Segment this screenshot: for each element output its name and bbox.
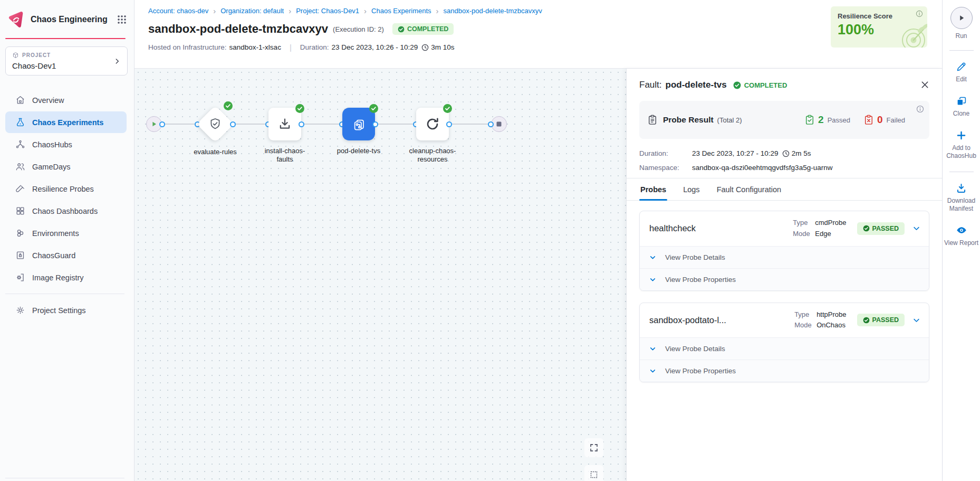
pipeline-connector [449, 124, 491, 125]
download-manifest-button[interactable]: Download Manifest [943, 182, 980, 213]
tab-logs[interactable]: Logs [682, 178, 700, 200]
info-icon[interactable] [916, 105, 924, 113]
resilience-score-card: Resilience Score 100% [831, 6, 927, 48]
brand-row: Chaos Engineering [0, 0, 134, 38]
lock-card-icon [15, 250, 25, 260]
run-button[interactable] [950, 7, 973, 29]
dashboard-icon [15, 206, 25, 216]
sidebar-item-label: Chaos Experiments [32, 118, 103, 127]
breadcrumb-experiments[interactable]: Chaos Experiments [371, 7, 431, 15]
chaos-logo-icon [7, 11, 25, 29]
sidebar-item-chaos-experiments[interactable]: Chaos Experiments [5, 111, 127, 133]
view-probe-details-label: View Probe Details [665, 345, 725, 353]
tab-probes[interactable]: Probes [639, 178, 667, 200]
view-probe-properties-row[interactable]: View Probe Properties [640, 268, 929, 290]
rail-divider [949, 172, 974, 172]
chevron-separator-icon: › [364, 7, 367, 15]
download-icon [956, 182, 967, 194]
selection-box-button[interactable] [584, 465, 603, 481]
view-probe-details-label: View Probe Details [665, 253, 725, 261]
sidebar-item-chaos-dashboards[interactable]: Chaos Dashboards [5, 200, 127, 222]
plus-icon [956, 129, 967, 141]
probe-name: healthcheck [649, 223, 793, 233]
sidebar-item-overview[interactable]: Overview [5, 89, 127, 111]
fault-panel-tabs: Probes Logs Fault Configuration [627, 178, 942, 201]
node-label: evaluate-rules [188, 148, 243, 156]
flask-icon [15, 117, 25, 127]
tab-fault-configuration[interactable]: Fault Configuration [716, 178, 783, 200]
view-probe-details-row[interactable]: View Probe Details [640, 246, 929, 268]
view-report-button[interactable]: View Report [944, 224, 978, 247]
selection-box-icon [590, 470, 598, 479]
sidebar-item-project-settings[interactable]: Project Settings [5, 299, 127, 321]
sidebar-item-label: ChaosHubs [32, 140, 72, 149]
probe-mode: Edge [815, 229, 831, 240]
sidebar-item-gamedays[interactable]: GameDays [5, 156, 127, 177]
eye-icon [956, 224, 967, 236]
fault-duration-label: Duration: [639, 149, 692, 157]
pipeline-connector [162, 124, 198, 125]
chevron-down-icon[interactable] [912, 224, 920, 232]
probe-type-mode: TypecmdProbe ModeEdge [793, 218, 846, 240]
sidebar-item-chaosguard[interactable]: ChaosGuard [5, 244, 127, 266]
clone-button[interactable]: Clone [953, 95, 969, 118]
pipeline-node-cleanup-chaos-resources[interactable]: cleanup-chaos-resources [416, 108, 449, 140]
probe-mode: OnChaos [816, 320, 846, 331]
check-circle-icon [295, 104, 304, 113]
breadcrumb-account[interactable]: Account: chaos-dev [148, 7, 208, 15]
view-probe-properties-row[interactable]: View Probe Properties [640, 360, 929, 382]
check-circle-icon [443, 104, 452, 113]
download-manifest-label: Download Manifest [943, 197, 980, 213]
chevron-down-icon [649, 254, 656, 261]
passed-label: Passed [828, 116, 850, 124]
fault-status-badge: COMPLETED [733, 81, 787, 89]
pipeline: evaluate-rules install-chaos-faults [146, 107, 507, 142]
sidebar-nav: Overview Chaos Experiments ChaosHubs Gam… [0, 89, 134, 288]
breadcrumb-project[interactable]: Project: Chaos-Dev1 [296, 7, 359, 15]
page-header: Account: chaos-dev › Organization: defau… [134, 0, 942, 69]
probe-card-healthcheck: healthcheck TypecmdProbe ModeEdge PASSED [639, 211, 929, 291]
clipboard-check-icon [805, 115, 814, 125]
fault-duration-value: 23 Dec 2023, 10:27 - 10:29 [692, 149, 779, 157]
fault-status-label: COMPLETED [744, 81, 787, 89]
sidebar-item-resilience-probes[interactable]: Resilience Probes [5, 178, 127, 200]
failed-count: 0 [877, 114, 883, 126]
probe-card-sandbox-podtato: sandbox-podtato-l... TypehttpProbe ModeO… [639, 303, 929, 383]
view-probe-properties-label: View Probe Properties [665, 367, 736, 375]
app-switcher-icon[interactable] [117, 15, 127, 24]
sidebar-item-environments[interactable]: Environments [5, 222, 127, 244]
pipeline-node-evaluate-rules[interactable]: evaluate-rules [198, 107, 233, 142]
edit-label: Edit [956, 76, 967, 83]
sidebar-item-image-registry[interactable]: Image Registry [5, 267, 127, 288]
breadcrumb-current[interactable]: sandbox-pod-delete-tmzbcavxyv [444, 7, 542, 15]
info-icon[interactable] [916, 10, 923, 17]
chevron-down-icon[interactable] [912, 316, 920, 324]
check-circle-icon [224, 101, 233, 110]
run-label: Run [955, 32, 967, 40]
probe-type: cmdProbe [815, 218, 846, 229]
project-name: Chaos-Dev1 [12, 61, 121, 70]
pipeline-node-install-chaos-faults[interactable]: install-chaos-faults [268, 108, 301, 140]
fullscreen-button[interactable] [584, 438, 603, 457]
sidebar-item-chaoshubs[interactable]: ChaosHubs [5, 134, 127, 155]
add-to-chaoshub-button[interactable]: Add to ChaosHub [943, 129, 980, 160]
fault-duration-elapsed: 2m 5s [792, 149, 811, 157]
gear-icon [15, 305, 25, 315]
chevron-right-icon [113, 58, 121, 65]
clock-icon [421, 44, 429, 51]
chevron-down-icon [649, 276, 656, 283]
probe-result-total: (Total 2) [717, 116, 742, 124]
probe-result-summary: Probe Result (Total 2) 2 Passed 0 Failed [639, 101, 929, 139]
hosted-label: Hosted on Infrastructure: [148, 43, 227, 51]
project-selector[interactable]: PROJECT Chaos-Dev1 [5, 46, 128, 76]
fault-label: Fault: [639, 80, 662, 90]
breadcrumb-organization[interactable]: Organization: default [220, 7, 284, 15]
failed-summary: 0 Failed [864, 114, 905, 126]
edit-button[interactable]: Edit [956, 61, 967, 83]
sidebar-item-label: Project Settings [32, 306, 86, 315]
view-probe-details-row[interactable]: View Probe Details [640, 337, 929, 360]
pipeline-node-pod-delete-tvs[interactable]: pod-delete-tvs [342, 108, 375, 140]
chevron-down-icon [649, 367, 656, 374]
probe-status-badge: PASSED [857, 314, 905, 326]
close-icon[interactable] [920, 80, 929, 89]
